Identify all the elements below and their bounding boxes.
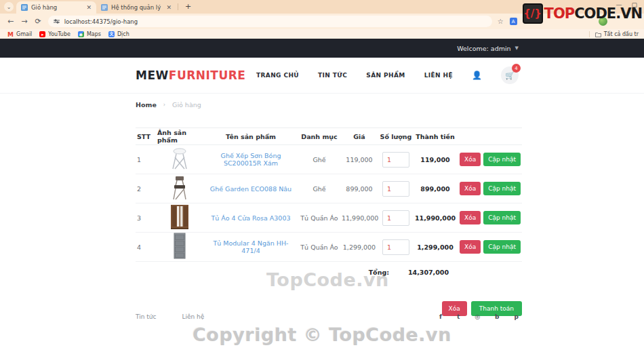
site-info-icon[interactable] (54, 18, 60, 24)
gmail-icon: M (7, 31, 14, 37)
nav-item-contact[interactable]: LIÊN HỆ (424, 72, 453, 79)
nav-item-news[interactable]: TIN TỨC (318, 72, 347, 79)
row-index: 2 (136, 185, 156, 193)
tab-cart[interactable]: Giỏ hàng ✕ (16, 1, 96, 14)
quantity-input[interactable] (382, 239, 409, 255)
cart-icon: 🛒 (505, 71, 515, 80)
quantity-input[interactable] (382, 181, 409, 197)
admin-top-bar: Welcome: admin ▼ (0, 39, 644, 58)
product-price: 11,990,000 (340, 214, 378, 222)
cart-rows: 1Ghế Xếp Sơn Bóng SC200015R XámGhế119,00… (136, 145, 522, 262)
tab-search-button[interactable]: ⌄ (4, 2, 14, 12)
page-favicon (21, 4, 28, 11)
site-logo[interactable]: MEWFURNITURE (136, 69, 245, 82)
all-bookmarks-button[interactable]: Tất cả dấu tr (589, 31, 639, 37)
reload-button[interactable]: ⟳ (35, 17, 41, 26)
new-tab-button[interactable]: + (185, 2, 191, 11)
site-header: MEWFURNITURE TRANG CHỦ TIN TỨC SẢN PHẨM … (0, 58, 644, 93)
copyright-watermark: Copyright © TopCode.vn (0, 324, 644, 345)
row-index: 1 (136, 156, 156, 163)
update-button[interactable]: Cập nhật (483, 182, 521, 195)
topcode-brace-icon: {/} (523, 3, 543, 24)
product-category: Ghế (298, 156, 340, 163)
twitter-icon[interactable]: t (457, 313, 460, 320)
bookmark-maps[interactable]: ◉ Maps (78, 31, 101, 37)
delete-button[interactable]: Xóa (460, 153, 481, 166)
bookmark-gmail[interactable]: M Gmail (7, 31, 32, 37)
user-icon[interactable]: 👤 (472, 71, 482, 80)
breadcrumb: Home › Giỏ hàng (0, 93, 644, 115)
youtube-icon: ▸ (39, 31, 45, 37)
breadcrumb-home[interactable]: Home (136, 101, 157, 109)
delete-button[interactable]: Xóa (460, 182, 481, 195)
cart-button[interactable]: 🛒 4 (501, 66, 519, 84)
product-category: Tủ Quần Áo (298, 214, 340, 222)
table-row: 3Tủ Áo 4 Cửa Rosa A3003Tủ Quần Áo11,990,… (136, 203, 522, 233)
tab-admin[interactable]: Hệ thống quản lý ✕ (96, 1, 176, 14)
bookmarks-bar: M Gmail ▸ YouTube ◉ Maps 文 Dịch Tất cả d… (0, 29, 644, 39)
footer-link-news[interactable]: Tin tức (136, 313, 156, 320)
tab-title: Giỏ hàng (31, 4, 82, 11)
total-value: 14,307,000 (407, 269, 450, 276)
update-button[interactable]: Cập nhật (483, 240, 521, 254)
behance-icon[interactable]: b (495, 313, 499, 320)
quantity-input[interactable] (382, 210, 409, 226)
product-image (169, 146, 190, 172)
breadcrumb-separator: › (163, 102, 165, 108)
translate-icon: 文 (108, 31, 115, 37)
table-row: 1Ghế Xếp Sơn Bóng SC200015R XámGhế119,00… (136, 145, 522, 174)
line-total: 11,990,000 (414, 214, 457, 222)
delete-button[interactable]: Xóa (460, 240, 481, 254)
breadcrumb-current: Giỏ hàng (172, 101, 201, 109)
update-button[interactable]: Cập nhật (483, 211, 521, 224)
tab-title: Hệ thống quản lý (111, 4, 162, 11)
translate-extension-icon[interactable]: A (510, 18, 517, 25)
browser-window: ⌄ Giỏ hàng ✕ Hệ thống quản lý ✕ + — ▢ ← … (0, 0, 644, 352)
address-bar[interactable]: localhost:44375/gio-hang (48, 16, 492, 27)
product-category: Ghế (298, 185, 340, 193)
bookmark-star-icon[interactable]: ☆ (498, 18, 504, 25)
tab-close-icon[interactable]: ✕ (86, 4, 92, 11)
url-text: localhost:44375/gio-hang (64, 18, 138, 25)
bookmark-youtube[interactable]: ▸ YouTube (39, 31, 71, 37)
line-total: 119,000 (414, 156, 457, 163)
cart-badge: 4 (512, 64, 521, 73)
footer-link-contact[interactable]: Liên hệ (182, 313, 204, 320)
product-price: 119,000 (340, 156, 378, 163)
facebook-icon[interactable]: f (439, 313, 442, 320)
product-category: Tủ Quần Áo (298, 243, 340, 251)
folder-icon (595, 32, 601, 37)
nav-item-products[interactable]: SẢN PHẨM (366, 72, 405, 79)
line-total: 1,299,000 (414, 243, 457, 251)
topcode-watermark-logo: {/} TOPCODE.VN (523, 3, 642, 24)
social-icons: ft◎bp (439, 313, 519, 320)
welcome-dropdown[interactable]: Welcome: admin ▼ (457, 45, 519, 52)
product-image (171, 175, 188, 202)
product-image (173, 233, 186, 261)
product-link[interactable]: Ghế Xếp Sơn Bóng SC200015R Xám (221, 152, 281, 167)
product-image (169, 204, 190, 231)
site-footer: Tin tức Liên hệ ft◎bp (0, 313, 644, 320)
main-nav: TRANG CHỦ TIN TỨC SẢN PHẨM LIÊN HỆ 👤 🛒 4 (256, 66, 519, 84)
chevron-down-icon: ▼ (515, 45, 519, 51)
product-price: 899,000 (340, 185, 378, 193)
update-button[interactable]: Cập nhật (483, 153, 521, 166)
forward-button[interactable]: → (21, 17, 27, 26)
instagram-icon[interactable]: ◎ (475, 313, 480, 320)
table-row: 4Tủ Modular 4 Ngăn HH-471/4Tủ Quần Áo1,2… (136, 233, 522, 262)
product-link[interactable]: Ghế Garden ECO088 Nâu (210, 185, 291, 193)
pinterest-icon[interactable]: p (515, 313, 519, 320)
delete-button[interactable]: Xóa (460, 211, 481, 224)
bookmark-translate[interactable]: 文 Dịch (108, 31, 129, 37)
page-favicon (101, 4, 108, 11)
tab-close-icon[interactable]: ✕ (166, 4, 172, 11)
product-link[interactable]: Tủ Modular 4 Ngăn HH-471/4 (213, 239, 288, 254)
quantity-input[interactable] (382, 152, 409, 168)
tab-separator (178, 3, 178, 10)
product-link[interactable]: Tủ Áo 4 Cửa Rosa A3003 (211, 214, 290, 222)
maps-icon: ◉ (78, 31, 84, 37)
product-price: 1,299,000 (340, 243, 378, 251)
back-button[interactable]: ← (7, 17, 14, 26)
nav-item-home[interactable]: TRANG CHỦ (256, 72, 299, 79)
row-index: 3 (136, 214, 156, 222)
